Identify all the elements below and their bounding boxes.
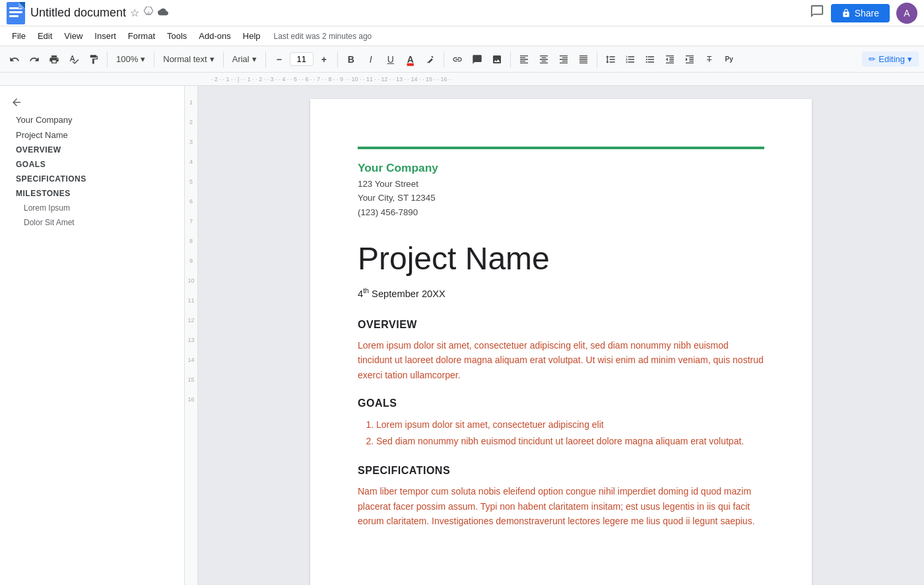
header-green-line: [358, 147, 764, 149]
share-label: Share: [855, 8, 879, 18]
sidebar-item-overview[interactable]: OVERVIEW: [0, 143, 184, 157]
project-date: 4th September 20XX: [358, 285, 764, 301]
decrease-indent-button[interactable]: [661, 50, 679, 69]
paint-format-button[interactable]: [84, 50, 103, 69]
sidebar-item-dolor-sit-amet[interactable]: Dolor Sit Amet: [0, 215, 184, 230]
goals-item-2: Sed diam nonummy nibh euismod tincidunt …: [376, 433, 764, 450]
cloud-save-icon[interactable]: [158, 7, 168, 20]
svg-rect-3: [9, 15, 18, 17]
zoom-dropdown[interactable]: 100% ▾: [112, 52, 150, 66]
toolbar-separator-3: [223, 52, 224, 67]
chat-icon[interactable]: [810, 4, 824, 22]
last-edit-label: Last edit was 2 minutes ago: [274, 32, 372, 41]
toolbar-separator-6: [444, 52, 444, 67]
toolbar-separator-1: [107, 52, 108, 67]
underline-button[interactable]: U: [381, 50, 400, 69]
title-bar: Untitled document ☆ Share A: [0, 0, 924, 26]
undo-button[interactable]: [5, 50, 24, 69]
font-value: Arial: [232, 54, 249, 64]
print-button[interactable]: [45, 50, 63, 69]
title-area: Untitled document ☆: [30, 6, 168, 20]
overview-heading: OVERVIEW: [358, 317, 764, 333]
menu-edit[interactable]: Edit: [32, 28, 57, 44]
font-size-plus-button[interactable]: +: [315, 50, 333, 69]
specifications-text: Nam liber tempor cum soluta nobis eleife…: [358, 484, 764, 528]
line-spacing-button[interactable]: [601, 50, 620, 69]
insert-comment-button[interactable]: [468, 50, 486, 69]
goals-item-1: Lorem ipsum dolor sit amet, consectetuer…: [376, 417, 764, 433]
editing-pencil-icon: ✏: [869, 54, 876, 64]
align-left-button[interactable]: [515, 50, 533, 69]
menu-help[interactable]: Help: [238, 28, 266, 44]
company-phone: (123) 456-7890: [358, 205, 764, 219]
text-color-button[interactable]: A: [401, 50, 420, 69]
sidebar-item-specifications[interactable]: SPECIFICATIONS: [0, 172, 184, 186]
highlight-button[interactable]: [421, 50, 440, 69]
align-center-button[interactable]: [535, 50, 553, 69]
lock-icon: [842, 9, 851, 18]
increase-indent-button[interactable]: [680, 50, 699, 69]
bold-button[interactable]: B: [342, 50, 360, 69]
company-street: 123 Your Street: [358, 177, 764, 191]
align-right-button[interactable]: [554, 50, 573, 69]
toolbar-separator-4: [265, 52, 266, 67]
sidebar-item-project[interactable]: Project Name: [0, 127, 184, 143]
sidebar-item-milestones[interactable]: MILESTONES: [0, 186, 184, 201]
menu-file[interactable]: File: [7, 28, 31, 44]
document-page[interactable]: Your Company 123 Your Street Your City, …: [310, 99, 812, 585]
python-button[interactable]: Py: [720, 50, 739, 69]
ruler: · 2 · · 1 · · | · · 1 · · 2 · · 3 · · 4 …: [0, 73, 924, 86]
editing-mode-dropdown[interactable]: ✏ Editing ▾: [862, 52, 919, 67]
chevron-down-icon-editing: ▾: [908, 54, 912, 64]
document-area[interactable]: Your Company 123 Your Street Your City, …: [198, 86, 924, 585]
menu-view[interactable]: View: [59, 28, 88, 44]
font-size-minus-button[interactable]: −: [270, 50, 288, 69]
font-dropdown[interactable]: Arial ▾: [228, 52, 261, 66]
company-name: Your Company: [358, 160, 764, 177]
project-title: Project Name: [358, 235, 764, 283]
menu-format[interactable]: Format: [123, 28, 160, 44]
text-style-dropdown[interactable]: Normal text ▾: [158, 52, 218, 66]
toolbar-separator-2: [154, 52, 154, 67]
drive-icon[interactable]: [143, 7, 154, 20]
sidebar-item-goals[interactable]: GOALS: [0, 157, 184, 172]
overview-text: Lorem ipsum dolor sit amet, consectetuer…: [358, 338, 764, 382]
redo-button[interactable]: [25, 50, 44, 69]
toolbar-separator-5: [337, 52, 338, 67]
sidebar-item-company[interactable]: Your Company: [0, 112, 184, 127]
company-header: Your Company 123 Your Street Your City, …: [358, 160, 764, 219]
chevron-down-icon: ▾: [141, 54, 145, 64]
italic-button[interactable]: I: [362, 50, 380, 69]
menu-insert[interactable]: Insert: [89, 28, 121, 44]
toolbar: 100% ▾ Normal text ▾ Arial ▾ − + B I U A: [0, 46, 924, 73]
top-right-actions: Share A: [810, 3, 917, 24]
align-justify-button[interactable]: [574, 50, 593, 69]
sidebar-back-button[interactable]: [0, 92, 184, 112]
chevron-down-icon-2: ▾: [210, 54, 214, 64]
sidebar-item-lorem-ipsum[interactable]: Lorem Ipsum: [0, 201, 184, 215]
editing-label: Editing: [878, 54, 905, 64]
font-size-input[interactable]: [290, 52, 314, 66]
text-style-value: Normal text: [163, 54, 207, 64]
avatar-letter: A: [904, 8, 909, 18]
share-button[interactable]: Share: [831, 4, 890, 22]
user-avatar[interactable]: A: [896, 3, 917, 24]
menu-addons[interactable]: Add-ons: [193, 28, 236, 44]
star-icon[interactable]: ☆: [130, 7, 139, 19]
bulleted-list-button[interactable]: [641, 50, 659, 69]
main-layout: Your Company Project Name OVERVIEW GOALS…: [0, 86, 924, 585]
vertical-ruler: 1 2 3 4 5 6 7 8 9 10 11 12 13 14 15 16: [185, 86, 198, 585]
document-title[interactable]: Untitled document: [30, 6, 126, 20]
numbered-list-button[interactable]: [621, 50, 640, 69]
spell-check-button[interactable]: [65, 50, 83, 69]
clear-format-button[interactable]: T: [700, 50, 719, 69]
insert-image-button[interactable]: [488, 50, 506, 69]
docs-logo-icon: [7, 2, 25, 24]
menu-tools[interactable]: Tools: [162, 28, 192, 44]
zoom-value: 100%: [116, 54, 138, 64]
insert-link-button[interactable]: [448, 50, 467, 69]
svg-rect-2: [9, 11, 22, 13]
chevron-down-icon-3: ▾: [252, 54, 257, 64]
goals-heading: GOALS: [358, 396, 764, 411]
company-city: Your City, ST 12345: [358, 191, 764, 205]
